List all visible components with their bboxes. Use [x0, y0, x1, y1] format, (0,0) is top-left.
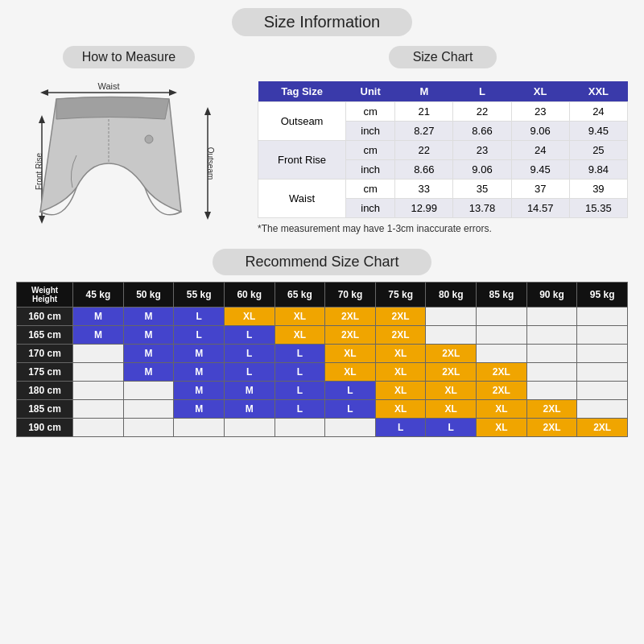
recommend-cell: M: [123, 345, 174, 363]
recommend-cell: XL: [375, 345, 426, 363]
how-to-measure-label: How to Measure: [63, 46, 196, 68]
recommend-row: 175 cmMMLLXLXL2XL2XL: [17, 363, 628, 382]
size-cell: 33: [395, 180, 453, 199]
weight-header: 80 kg: [426, 283, 477, 308]
recommend-tbody: 160 cmMMLXLXL2XL2XL165 cmMMLLXL2XL2XL170…: [17, 308, 628, 437]
size-cell: 15.35: [569, 199, 627, 218]
recommend-cell: [73, 345, 124, 363]
size-cell: 22: [453, 102, 511, 122]
size-chart-section: Size Chart Tag Size Unit M L XL XXL Outs…: [258, 46, 628, 241]
size-table-body: Outseamcm21222324inch8.278.669.069.45Fro…: [258, 102, 628, 218]
height-label: 165 cm: [17, 326, 73, 345]
recommend-cell: M: [123, 363, 174, 382]
recommend-cell: M: [174, 382, 225, 400]
recommend-cell: [426, 308, 477, 326]
recommend-cell: [577, 363, 628, 382]
recommend-row: 160 cmMMLXLXL2XL2XL: [17, 308, 628, 326]
size-cell: 9.45: [511, 160, 569, 180]
recommend-cell: [526, 326, 577, 345]
recommend-cell: XL: [477, 400, 527, 419]
size-cell: 21: [395, 102, 453, 122]
recommend-cell: 2XL: [577, 419, 628, 437]
weight-header: 50 kg: [123, 283, 174, 308]
weight-header: 95 kg: [577, 283, 628, 308]
recommend-cell: [73, 382, 124, 400]
col-xxl: XXL: [569, 81, 627, 102]
weight-header: 45 kg: [73, 283, 124, 308]
height-label: 185 cm: [17, 400, 73, 419]
recommend-cell: 2XL: [375, 326, 426, 345]
recommend-cell: XL: [375, 400, 426, 419]
recommend-cell: 2XL: [325, 326, 376, 345]
svg-marker-2: [40, 89, 48, 96]
size-cell: 22: [395, 141, 453, 160]
size-cell: 9.06: [511, 122, 569, 141]
height-label: 180 cm: [17, 382, 73, 400]
recommend-row: 190 cmLLXL2XL2XL: [17, 419, 628, 437]
recommend-cell: [577, 400, 628, 419]
recommend-cell: [577, 308, 628, 326]
recommend-cell: [526, 308, 577, 326]
recommend-cell: [123, 419, 174, 437]
recommend-cell: [123, 400, 174, 419]
recommend-cell: M: [73, 308, 124, 326]
table-row: Front Risecm22232425: [258, 141, 628, 160]
recommend-cell: M: [224, 382, 275, 400]
recommend-cell: L: [224, 363, 275, 382]
recommend-cell: [577, 326, 628, 345]
recommend-cell: 2XL: [325, 308, 376, 326]
size-cell: 9.84: [569, 160, 627, 180]
how-to-measure-section: How to Measure Waist Outseam Front Rise: [16, 46, 242, 241]
recommend-cell: L: [174, 308, 225, 326]
col-xl: XL: [511, 81, 569, 102]
recommend-cell: L: [275, 345, 325, 363]
size-label: Front Rise: [258, 141, 346, 180]
size-cell: 14.57: [511, 199, 569, 218]
recommend-cell: [477, 345, 527, 363]
svg-marker-6: [204, 107, 211, 115]
page-container: Size Information How to Measure Waist Ou…: [0, 0, 644, 644]
col-tag-size: Tag Size: [258, 81, 346, 102]
size-label: Waist: [258, 180, 346, 218]
svg-marker-3: [169, 89, 177, 96]
recommend-cell: L: [325, 382, 376, 400]
recommend-cell: L: [224, 345, 275, 363]
recommend-cell: XL: [325, 363, 376, 382]
recommend-cell: 2XL: [526, 419, 577, 437]
size-cell: cm: [346, 102, 395, 122]
recommend-cell: XL: [426, 400, 477, 419]
recommend-cell: L: [224, 326, 275, 345]
recommend-row: 180 cmMMLLXLXL2XL: [17, 382, 628, 400]
col-l: L: [453, 81, 511, 102]
recommend-cell: XL: [375, 363, 426, 382]
size-cell: 8.27: [395, 122, 453, 141]
measure-diagram: Waist Outseam Front Rise: [32, 75, 225, 236]
recommend-cell: L: [375, 419, 426, 437]
top-section: How to Measure Waist Outseam Front Rise: [16, 46, 628, 241]
recommend-cell: M: [73, 326, 124, 345]
recommend-cell: XL: [426, 382, 477, 400]
size-cell: inch: [346, 160, 395, 180]
size-cell: 12.99: [395, 199, 453, 218]
recommend-cell: [477, 308, 527, 326]
underwear-svg: Waist Outseam Front Rise: [32, 75, 225, 236]
recommend-cell: [526, 363, 577, 382]
recommend-cell: L: [174, 326, 225, 345]
size-cell: cm: [346, 180, 395, 199]
recommend-cell: [224, 419, 275, 437]
recommend-table: WeightHeight45 kg50 kg55 kg60 kg65 kg70 …: [16, 282, 628, 437]
recommend-row: 165 cmMMLLXL2XL2XL: [17, 326, 628, 345]
recommend-thead: WeightHeight45 kg50 kg55 kg60 kg65 kg70 …: [17, 283, 628, 308]
recommend-cell: M: [174, 345, 225, 363]
size-cell: inch: [346, 122, 395, 141]
recommend-cell: L: [325, 400, 376, 419]
size-cell: cm: [346, 141, 395, 160]
recommend-cell: 2XL: [426, 363, 477, 382]
recommend-cell: 2XL: [477, 382, 527, 400]
size-cell: 25: [569, 141, 627, 160]
table-row: Waistcm33353739: [258, 180, 628, 199]
height-label: 190 cm: [17, 419, 73, 437]
recommend-cell: [73, 400, 124, 419]
svg-marker-7: [204, 212, 211, 220]
recommend-cell: L: [275, 382, 325, 400]
